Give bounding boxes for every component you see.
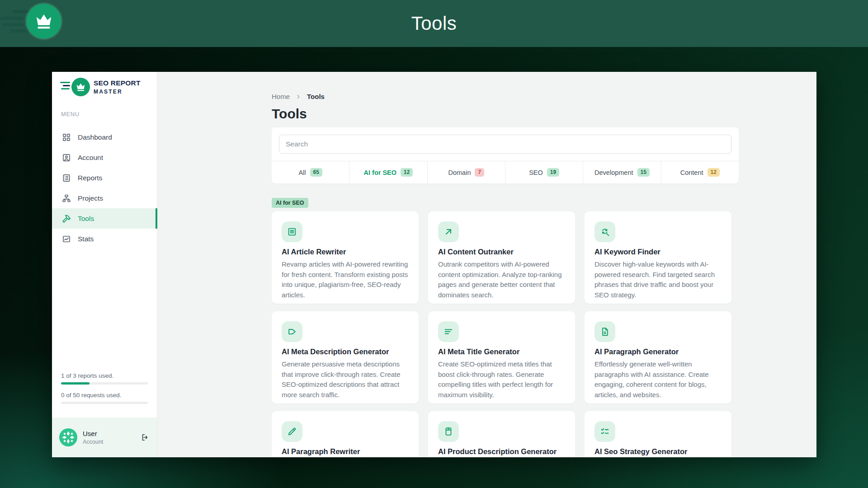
tool-card-ai-product-description-generator[interactable]: AI Product Description Generator [428,411,575,457]
sidebar-item-label: Account [78,154,103,162]
sidebar-item-label: Dashboard [78,133,112,141]
speed-line [10,29,30,33]
tab-label: All [298,169,306,176]
sidebar-item-tools[interactable]: Tools [52,208,157,229]
tab-count-badge: 12 [708,168,720,177]
tab-content[interactable]: Content 12 [661,161,739,183]
sidebar-item-label: Stats [78,235,94,243]
sidebar-item-account[interactable]: Account [52,147,157,168]
search-and-filter-panel: All 65 AI for SEO 12 Domain 7 SEO 19 [272,127,739,183]
sidebar-item-label: Tools [78,215,94,223]
reports-icon [62,174,71,183]
speed-line [3,23,24,26]
usage-summary: 1 of 3 reports used. 0 of 50 requests us… [61,372,148,411]
speed-line [63,85,70,86]
tab-label: SEO [529,169,543,176]
breadcrumb-home-link[interactable]: Home [272,93,290,100]
tab-count-badge: 15 [637,168,650,177]
speed-line [0,17,24,20]
tool-description: Discover high-value keywords with AI-pow… [594,259,722,300]
align-left-icon [443,327,453,337]
sidebar-brand-logo[interactable]: SEO REPORT MASTER [52,72,157,99]
chevron-right-icon [295,94,302,100]
article-icon [287,227,297,237]
category-tabs: All 65 AI for SEO 12 Domain 7 SEO 19 [272,161,739,183]
crown-logo-icon [26,4,61,39]
tab-label: Development [594,169,633,176]
tool-description: Effortlessly generate well-written parag… [594,359,722,400]
checklist-icon [600,427,610,436]
crown-icon [33,11,54,32]
menu-section-label: MENU [61,111,80,117]
section-chip: AI for SEO [272,198,308,208]
tool-card-ai-seo-strategy-generator[interactable]: AI Seo Strategy Generator [585,411,731,457]
tab-label: Content [680,169,703,176]
tab-count-badge: 19 [547,168,559,177]
user-role: Account [83,439,103,445]
sidebar-item-label: Projects [78,194,103,202]
usage-progress-bar [61,402,148,404]
logout-icon[interactable] [141,433,150,442]
tool-card-ai-content-outranker[interactable]: AI Content Outranker Outrank competitors… [428,211,575,304]
crown-logo-icon [71,78,90,96]
tool-title: AI Article Rewriter [282,248,409,256]
keyword-search-icon [600,227,610,237]
tab-domain[interactable]: Domain 7 [427,161,505,183]
app-window: SEO REPORT MASTER MENU Dashboard Account… [52,72,816,457]
package-icon [443,427,453,436]
usage-progress-fill [61,382,90,385]
breadcrumb: Home Tools [272,93,739,100]
speed-line [61,88,70,89]
user-account-row[interactable]: User Account [52,418,157,457]
search-input[interactable] [279,135,731,154]
sidebar-item-projects[interactable]: Projects [52,188,157,208]
window-title: Tools [411,13,457,34]
tools-icon [62,214,71,223]
tab-count-badge: 12 [401,168,413,177]
crown-icon [75,81,86,93]
tab-ai-for-seo[interactable]: AI for SEO 12 [349,161,427,183]
brand-logo-header [0,0,99,47]
tool-title: AI Seo Strategy Generator [594,447,722,456]
tag-icon [287,327,297,337]
tool-description: Create SEO-optimized meta titles that bo… [438,359,565,400]
top-header-bar: Tools [0,0,868,47]
tool-card-ai-paragraph-rewriter[interactable]: AI Paragraph Rewriter [272,411,419,457]
usage-text: 1 of 3 reports used. [61,372,148,379]
tool-title: AI Keyword Finder [594,248,722,256]
sidebar-nav: Dashboard Account Reports Projects Tools… [52,127,157,249]
tool-description: Generate persuasive meta descriptions th… [282,359,409,400]
tab-count-badge: 7 [475,168,484,177]
tool-description: Outrank competitors with AI-powered cont… [438,259,565,300]
sidebar-item-dashboard[interactable]: Dashboard [52,127,157,147]
tab-label: AI for SEO [364,169,397,176]
stats-icon [62,235,71,244]
tool-title: AI Meta Title Generator [438,347,565,356]
file-text-icon [600,327,610,337]
usage-row: 1 of 3 reports used. [61,372,148,385]
tool-card-ai-article-rewriter[interactable]: AI Article Rewriter Revamp articles with… [272,211,419,304]
tool-title: AI Paragraph Generator [594,347,722,356]
tool-card-ai-meta-title-generator[interactable]: AI Meta Title Generator Create SEO-optim… [428,311,575,404]
tab-development[interactable]: Development 15 [583,161,660,183]
tab-label: Domain [448,169,471,176]
user-name: User [83,430,103,437]
tool-title: AI Meta Description Generator [282,347,409,356]
tool-title: AI Product Description Generator [438,447,565,456]
sidebar: SEO REPORT MASTER MENU Dashboard Account… [52,72,157,457]
sidebar-item-reports[interactable]: Reports [52,168,157,188]
usage-progress-bar [61,382,148,385]
tab-all[interactable]: All 65 [272,161,349,183]
tab-count-badge: 65 [310,168,322,177]
arrow-up-right-icon [443,227,453,237]
account-icon [62,153,71,162]
tool-description: Revamp articles with AI-powered rewritin… [282,259,409,300]
brand-name-line1: SEO REPORT [94,79,141,87]
tool-card-ai-meta-description-generator[interactable]: AI Meta Description Generator Generate p… [272,311,419,404]
tool-card-ai-keyword-finder[interactable]: AI Keyword Finder Discover high-value ke… [585,211,731,304]
tab-seo[interactable]: SEO 19 [505,161,583,183]
user-avatar [59,428,77,446]
tool-card-ai-paragraph-generator[interactable]: AI Paragraph Generator Effortlessly gene… [585,311,731,404]
brand-name-line2: MASTER [94,89,141,95]
sidebar-item-stats[interactable]: Stats [52,229,157,249]
